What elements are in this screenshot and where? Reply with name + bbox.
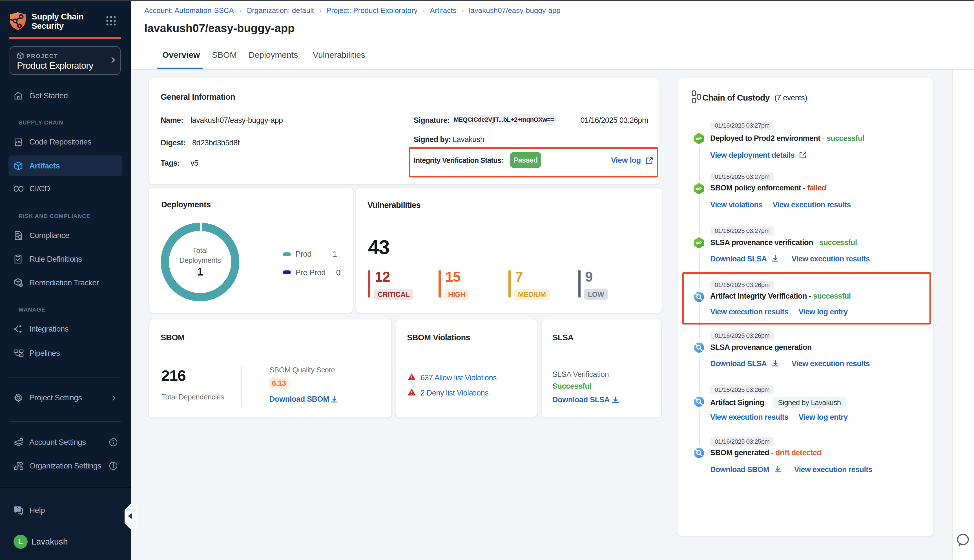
svg-text:?: ? <box>16 507 18 511</box>
